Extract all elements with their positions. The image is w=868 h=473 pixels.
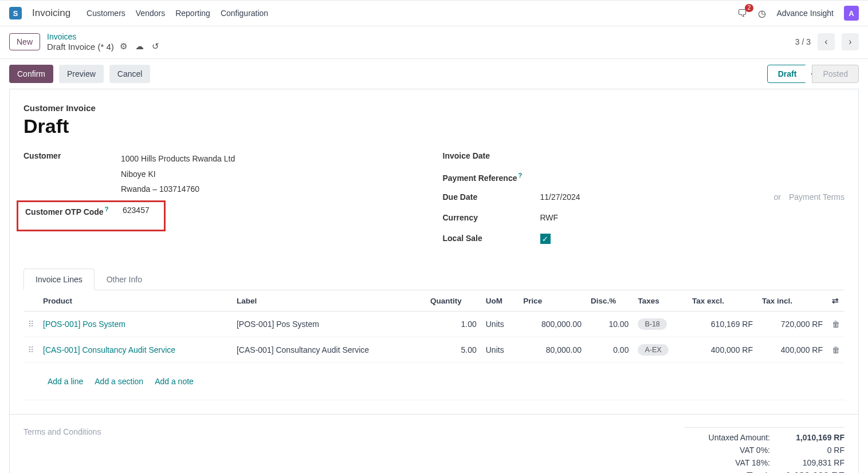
vat0-label: VAT 0%:	[684, 446, 770, 455]
payment-ref-label: Payment Reference?	[443, 172, 540, 183]
invoice-lines-table: Product Label Quantity UoM Price Disc.% …	[23, 290, 845, 400]
cloud-save-icon[interactable]: ☁	[135, 41, 144, 52]
line-label[interactable]: [POS-001] Pos System	[232, 312, 426, 337]
app-title[interactable]: Invoicing	[32, 7, 70, 19]
customer-addr2: Rwanda – 103714760	[121, 182, 426, 197]
product-link[interactable]: [POS-001] Pos System	[43, 320, 125, 329]
line-qty[interactable]: 1.00	[426, 312, 481, 337]
add-section-link[interactable]: Add a section	[95, 377, 143, 386]
total-label: Total:	[684, 471, 770, 473]
messages-icon[interactable]: 🗨2	[737, 7, 748, 19]
tax-chip[interactable]: A-EX	[638, 344, 668, 356]
line-tax-excl: 400,000 RF	[688, 337, 757, 363]
line-uom[interactable]: Units	[481, 337, 519, 363]
tab-invoice-lines[interactable]: Invoice Lines	[23, 269, 95, 290]
th-uom[interactable]: UoM	[481, 290, 519, 312]
line-tax-incl: 720,000 RF	[757, 312, 827, 337]
status-posted[interactable]: Posted	[812, 65, 859, 83]
tab-other-info[interactable]: Other Info	[95, 269, 154, 290]
help-icon[interactable]: ?	[518, 172, 522, 179]
local-sale-checkbox[interactable]: ✓	[540, 234, 551, 244]
line-tax-excl: 610,169 RF	[688, 312, 757, 337]
pager-text: 3 / 3	[795, 37, 811, 46]
discard-icon[interactable]: ↺	[152, 41, 159, 52]
delete-line-icon[interactable]: 🗑	[827, 312, 845, 337]
form-sheet: Customer Invoice Draft Customer 1000 Hil…	[9, 89, 859, 473]
line-disc[interactable]: 10.00	[586, 312, 633, 337]
totals-panel: Untaxed Amount: 1,010,169 RF VAT 0%: 0 R…	[684, 427, 845, 473]
th-label[interactable]: Label	[232, 290, 426, 312]
due-date-label: Due Date	[443, 192, 540, 202]
cancel-button[interactable]: Cancel	[109, 65, 151, 83]
line-uom[interactable]: Units	[481, 312, 519, 337]
payment-terms-field[interactable]: Payment Terms	[789, 192, 845, 202]
drag-handle-icon[interactable]: ⠿	[23, 312, 38, 337]
invoice-date-label: Invoice Date	[443, 151, 540, 160]
th-quantity[interactable]: Quantity	[426, 290, 481, 312]
line-price[interactable]: 80,000.00	[519, 337, 586, 363]
line-tax-incl: 400,000 RF	[757, 337, 827, 363]
line-qty[interactable]: 5.00	[426, 337, 481, 363]
due-date-value[interactable]: 11/27/2024	[540, 192, 580, 202]
product-link[interactable]: [CAS-001] Consultancy Audit Service	[43, 345, 175, 354]
user-avatar[interactable]: A	[844, 6, 859, 21]
table-row[interactable]: ⠿ [CAS-001] Consultancy Audit Service [C…	[23, 337, 845, 363]
column-config-icon[interactable]: ⇄	[827, 290, 845, 312]
pager-prev-button[interactable]: ‹	[818, 33, 835, 50]
th-taxes[interactable]: Taxes	[633, 290, 688, 312]
line-price[interactable]: 800,000.00	[519, 312, 586, 337]
add-note-link[interactable]: Add a note	[155, 377, 194, 386]
customer-name[interactable]: 1000 Hills Products Rwanda Ltd	[121, 151, 426, 167]
customer-label: Customer	[23, 151, 121, 160]
th-tax-incl[interactable]: Tax incl.	[757, 290, 827, 312]
currency-label: Currency	[443, 213, 540, 222]
th-disc[interactable]: Disc.%	[586, 290, 633, 312]
th-price[interactable]: Price	[519, 290, 586, 312]
help-icon[interactable]: ?	[105, 206, 109, 212]
new-button[interactable]: New	[9, 33, 40, 50]
messages-badge: 2	[745, 4, 754, 12]
currency-value[interactable]: RWF	[540, 213, 845, 222]
confirm-button[interactable]: Confirm	[9, 65, 53, 83]
drag-handle-icon[interactable]: ⠿	[23, 337, 38, 363]
vat18-label: VAT 18%:	[684, 458, 770, 467]
line-label[interactable]: [CAS-001] Consultancy Audit Service	[232, 337, 426, 363]
th-tax-excl[interactable]: Tax excl.	[688, 290, 757, 312]
breadcrumb-parent[interactable]: Invoices	[47, 32, 159, 41]
nav-customers[interactable]: Customers	[87, 9, 125, 18]
status-draft[interactable]: Draft	[767, 65, 812, 83]
line-disc[interactable]: 0.00	[586, 337, 633, 363]
or-text: or	[774, 192, 781, 202]
vat0-value: 0 RF	[781, 446, 845, 455]
th-product[interactable]: Product	[38, 290, 232, 312]
vat18-value: 109,831 RF	[781, 458, 845, 467]
add-line-link[interactable]: Add a line	[48, 377, 83, 386]
tabs: Invoice Lines Other Info	[23, 268, 845, 290]
breadcrumb-row: New Invoices Draft Invoice (* 4) ⚙ ☁ ↺ 3…	[0, 26, 868, 59]
app-icon[interactable]: S	[9, 7, 22, 19]
delete-line-icon[interactable]: 🗑	[827, 337, 845, 363]
otp-label: Customer OTP Code?	[25, 206, 123, 216]
otp-highlight: Customer OTP Code? 623457	[17, 200, 166, 231]
action-bar: Confirm Preview Cancel Draft Posted	[9, 59, 859, 89]
tax-chip[interactable]: B-18	[638, 318, 666, 330]
status-bar: Draft Posted	[767, 65, 859, 83]
nav-configuration[interactable]: Configuration	[221, 9, 268, 18]
local-sale-label: Local Sale	[443, 234, 540, 243]
nav-reporting[interactable]: Reporting	[175, 9, 210, 18]
breadcrumb-current: Draft Invoice (* 4)	[47, 42, 114, 52]
untaxed-value: 1,010,169 RF	[781, 433, 845, 442]
activity-icon[interactable]: ◷	[758, 8, 766, 19]
settings-gear-icon[interactable]: ⚙	[120, 41, 127, 52]
table-row[interactable]: ⠿ [POS-001] Pos System [POS-001] Pos Sys…	[23, 312, 845, 337]
preview-button[interactable]: Preview	[59, 65, 104, 83]
nav-vendors[interactable]: Vendors	[136, 9, 165, 18]
pager-next-button[interactable]: ›	[842, 33, 859, 50]
advance-insight-link[interactable]: Advance Insight	[776, 9, 834, 18]
otp-value[interactable]: 623457	[123, 206, 164, 215]
terms-field[interactable]: Terms and Conditions	[23, 427, 684, 473]
total-value: 1,120,000 RF	[781, 471, 845, 473]
doc-title: Draft	[23, 115, 845, 137]
untaxed-label: Untaxed Amount:	[684, 433, 770, 442]
top-navbar: S Invoicing Customers Vendors Reporting …	[0, 0, 868, 26]
